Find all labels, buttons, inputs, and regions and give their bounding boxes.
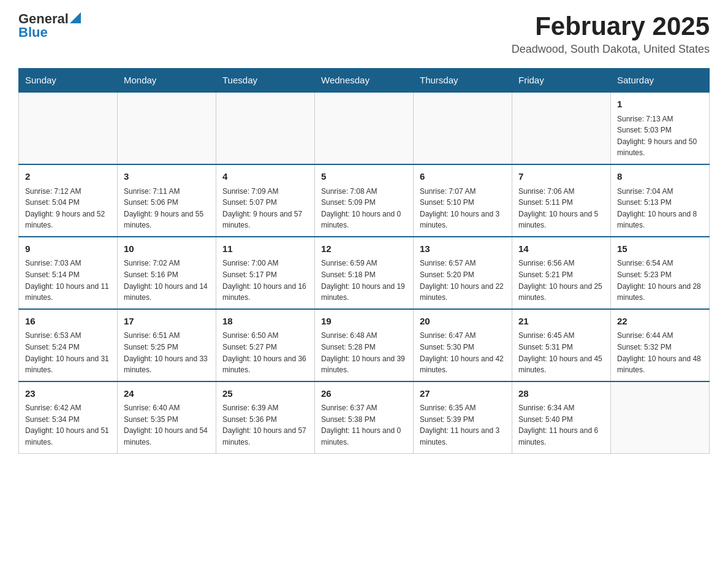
calendar-day-cell: 13Sunrise: 6:57 AM Sunset: 5:20 PM Dayli… (414, 237, 512, 309)
calendar-day-cell: 21Sunrise: 6:45 AM Sunset: 5:31 PM Dayli… (512, 309, 611, 381)
day-sun-info: Sunrise: 6:47 AM Sunset: 5:30 PM Dayligh… (420, 330, 506, 375)
day-of-week-header: Friday (512, 69, 611, 93)
calendar-table: SundayMondayTuesdayWednesdayThursdayFrid… (18, 68, 710, 453)
calendar-day-cell: 4Sunrise: 7:09 AM Sunset: 5:07 PM Daylig… (216, 164, 315, 237)
day-number: 26 (321, 387, 407, 401)
calendar-day-cell (19, 92, 118, 164)
day-number: 21 (518, 315, 604, 329)
day-number: 19 (321, 315, 407, 329)
day-number: 16 (25, 315, 111, 329)
calendar-day-cell (118, 92, 216, 164)
day-number: 15 (617, 242, 703, 256)
day-sun-info: Sunrise: 6:42 AM Sunset: 5:34 PM Dayligh… (25, 402, 111, 448)
day-sun-info: Sunrise: 6:37 AM Sunset: 5:38 PM Dayligh… (321, 402, 407, 448)
title-block: February 2025 Deadwood, South Dakota, Un… (512, 12, 710, 56)
calendar-day-cell (611, 381, 710, 453)
day-sun-info: Sunrise: 7:07 AM Sunset: 5:10 PM Dayligh… (420, 186, 506, 231)
day-number: 18 (222, 315, 308, 329)
day-number: 28 (518, 387, 604, 401)
day-sun-info: Sunrise: 6:57 AM Sunset: 5:20 PM Dayligh… (420, 258, 506, 303)
day-sun-info: Sunrise: 6:40 AM Sunset: 5:35 PM Dayligh… (124, 402, 210, 448)
day-number: 11 (222, 242, 308, 256)
day-number: 8 (617, 170, 703, 184)
calendar-day-cell: 3Sunrise: 7:11 AM Sunset: 5:06 PM Daylig… (118, 164, 216, 237)
day-sun-info: Sunrise: 6:48 AM Sunset: 5:28 PM Dayligh… (321, 330, 407, 375)
calendar-week-row: 2Sunrise: 7:12 AM Sunset: 5:04 PM Daylig… (19, 164, 710, 237)
day-sun-info: Sunrise: 6:53 AM Sunset: 5:24 PM Dayligh… (25, 330, 111, 375)
day-sun-info: Sunrise: 6:34 AM Sunset: 5:40 PM Dayligh… (518, 402, 604, 448)
calendar-day-cell: 22Sunrise: 6:44 AM Sunset: 5:32 PM Dayli… (611, 309, 710, 381)
calendar-header-row: SundayMondayTuesdayWednesdayThursdayFrid… (19, 69, 710, 93)
day-number: 2 (25, 170, 111, 184)
logo: General Blue (18, 12, 81, 39)
calendar-day-cell (216, 92, 315, 164)
calendar-day-cell: 19Sunrise: 6:48 AM Sunset: 5:28 PM Dayli… (315, 309, 414, 381)
calendar-day-cell (512, 92, 611, 164)
day-of-week-header: Monday (118, 69, 216, 93)
day-sun-info: Sunrise: 7:04 AM Sunset: 5:13 PM Dayligh… (617, 186, 703, 231)
calendar-day-cell: 20Sunrise: 6:47 AM Sunset: 5:30 PM Dayli… (414, 309, 512, 381)
day-sun-info: Sunrise: 6:59 AM Sunset: 5:18 PM Dayligh… (321, 258, 407, 303)
day-number: 22 (617, 315, 703, 329)
calendar-day-cell: 17Sunrise: 6:51 AM Sunset: 5:25 PM Dayli… (118, 309, 216, 381)
calendar-week-row: 16Sunrise: 6:53 AM Sunset: 5:24 PM Dayli… (19, 309, 710, 381)
day-of-week-header: Sunday (19, 69, 118, 93)
calendar-day-cell: 16Sunrise: 6:53 AM Sunset: 5:24 PM Dayli… (19, 309, 118, 381)
svg-marker-0 (70, 12, 81, 23)
day-sun-info: Sunrise: 6:50 AM Sunset: 5:27 PM Dayligh… (222, 330, 308, 375)
calendar-day-cell: 9Sunrise: 7:03 AM Sunset: 5:14 PM Daylig… (19, 237, 118, 309)
day-sun-info: Sunrise: 7:02 AM Sunset: 5:16 PM Dayligh… (124, 258, 210, 303)
calendar-day-cell: 10Sunrise: 7:02 AM Sunset: 5:16 PM Dayli… (118, 237, 216, 309)
day-sun-info: Sunrise: 6:44 AM Sunset: 5:32 PM Dayligh… (617, 330, 703, 375)
calendar-day-cell: 18Sunrise: 6:50 AM Sunset: 5:27 PM Dayli… (216, 309, 315, 381)
day-sun-info: Sunrise: 6:45 AM Sunset: 5:31 PM Dayligh… (518, 330, 604, 375)
page-subtitle: Deadwood, South Dakota, United States (512, 43, 710, 56)
calendar-day-cell: 25Sunrise: 6:39 AM Sunset: 5:36 PM Dayli… (216, 381, 315, 453)
calendar-day-cell: 11Sunrise: 7:00 AM Sunset: 5:17 PM Dayli… (216, 237, 315, 309)
page-header: General Blue February 2025 Deadwood, Sou… (18, 12, 710, 56)
logo-blue-text: Blue (18, 26, 48, 39)
calendar-day-cell (414, 92, 512, 164)
day-number: 25 (222, 387, 308, 401)
day-sun-info: Sunrise: 6:51 AM Sunset: 5:25 PM Dayligh… (124, 330, 210, 375)
day-sun-info: Sunrise: 7:13 AM Sunset: 5:03 PM Dayligh… (617, 113, 703, 159)
calendar-day-cell: 15Sunrise: 6:54 AM Sunset: 5:23 PM Dayli… (611, 237, 710, 309)
calendar-day-cell: 1Sunrise: 7:13 AM Sunset: 5:03 PM Daylig… (611, 92, 710, 164)
calendar-day-cell: 2Sunrise: 7:12 AM Sunset: 5:04 PM Daylig… (19, 164, 118, 237)
calendar-day-cell: 7Sunrise: 7:06 AM Sunset: 5:11 PM Daylig… (512, 164, 611, 237)
day-of-week-header: Wednesday (315, 69, 414, 93)
day-number: 5 (321, 170, 407, 184)
day-number: 7 (518, 170, 604, 184)
day-sun-info: Sunrise: 7:06 AM Sunset: 5:11 PM Dayligh… (518, 186, 604, 231)
day-sun-info: Sunrise: 6:54 AM Sunset: 5:23 PM Dayligh… (617, 258, 703, 303)
calendar-day-cell: 12Sunrise: 6:59 AM Sunset: 5:18 PM Dayli… (315, 237, 414, 309)
day-sun-info: Sunrise: 7:09 AM Sunset: 5:07 PM Dayligh… (222, 186, 308, 231)
day-number: 1 (617, 98, 703, 112)
day-sun-info: Sunrise: 6:39 AM Sunset: 5:36 PM Dayligh… (222, 402, 308, 448)
calendar-day-cell: 28Sunrise: 6:34 AM Sunset: 5:40 PM Dayli… (512, 381, 611, 453)
day-number: 12 (321, 242, 407, 256)
day-number: 4 (222, 170, 308, 184)
day-sun-info: Sunrise: 7:12 AM Sunset: 5:04 PM Dayligh… (25, 186, 111, 231)
day-of-week-header: Thursday (414, 69, 512, 93)
day-sun-info: Sunrise: 7:11 AM Sunset: 5:06 PM Dayligh… (124, 186, 210, 231)
logo-triangle-icon (70, 12, 81, 23)
calendar-day-cell: 26Sunrise: 6:37 AM Sunset: 5:38 PM Dayli… (315, 381, 414, 453)
calendar-day-cell: 5Sunrise: 7:08 AM Sunset: 5:09 PM Daylig… (315, 164, 414, 237)
calendar-week-row: 1Sunrise: 7:13 AM Sunset: 5:03 PM Daylig… (19, 92, 710, 164)
day-of-week-header: Tuesday (216, 69, 315, 93)
day-of-week-header: Saturday (611, 69, 710, 93)
day-number: 23 (25, 387, 111, 401)
day-number: 9 (25, 242, 111, 256)
day-number: 24 (124, 387, 210, 401)
day-sun-info: Sunrise: 7:03 AM Sunset: 5:14 PM Dayligh… (25, 258, 111, 303)
day-number: 6 (420, 170, 506, 184)
day-number: 17 (124, 315, 210, 329)
day-number: 13 (420, 242, 506, 256)
day-sun-info: Sunrise: 7:00 AM Sunset: 5:17 PM Dayligh… (222, 258, 308, 303)
day-sun-info: Sunrise: 7:08 AM Sunset: 5:09 PM Dayligh… (321, 186, 407, 231)
calendar-day-cell: 27Sunrise: 6:35 AM Sunset: 5:39 PM Dayli… (414, 381, 512, 453)
calendar-day-cell: 14Sunrise: 6:56 AM Sunset: 5:21 PM Dayli… (512, 237, 611, 309)
calendar-day-cell (315, 92, 414, 164)
day-number: 27 (420, 387, 506, 401)
